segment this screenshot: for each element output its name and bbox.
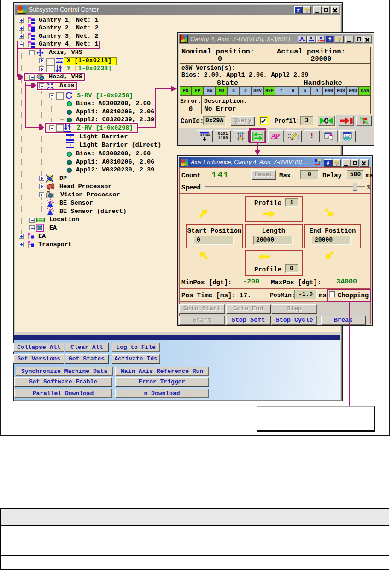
svg-text:!: ! (296, 134, 300, 141)
svg-text:01100: 01100 (200, 134, 210, 137)
svg-text:P: P (275, 132, 280, 141)
